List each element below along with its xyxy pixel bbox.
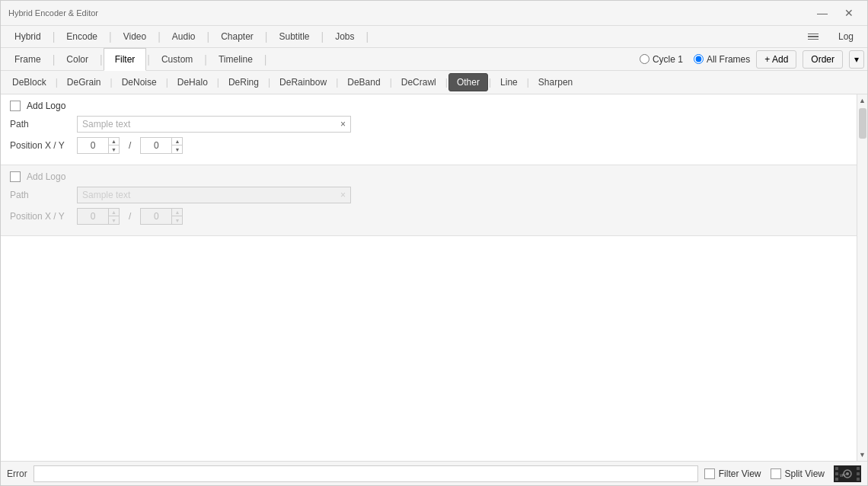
svg-rect-3	[835, 478, 838, 481]
path-input-1[interactable]: Sample text ×	[77, 116, 351, 133]
tab-encode[interactable]: Encode	[56, 26, 108, 47]
spinner-x-down-1[interactable]: ▼	[108, 145, 119, 154]
filter-tab-other[interactable]: Other	[448, 73, 488, 91]
filter-tab-deband[interactable]: DeBand	[339, 73, 388, 91]
scroll-thumb[interactable]	[859, 108, 866, 139]
allframes-radio-input[interactable]	[694, 54, 704, 64]
spinner-y-down-1[interactable]: ▼	[171, 145, 182, 154]
path-clear-1[interactable]: ×	[340, 119, 346, 129]
spinner-y-down-2: ▼	[171, 216, 182, 225]
add-logo-label-2: Add Logo	[27, 171, 65, 182]
order-button[interactable]: Order	[803, 50, 843, 69]
chevron-button[interactable]: ▾	[849, 50, 864, 69]
path-placeholder-2: Sample text	[82, 190, 130, 200]
filter-view-checkbox[interactable]	[704, 468, 715, 479]
tab-subtitle[interactable]: Subtitle	[268, 26, 320, 47]
filter-tab-line[interactable]: Line	[492, 73, 526, 91]
scroll-track[interactable]	[857, 107, 868, 449]
add-logo-checkbox-1[interactable]	[10, 101, 21, 111]
title-bar: Hybrid Encoder & Editor — ✕	[1, 1, 867, 26]
path-clear-2[interactable]: ×	[340, 190, 346, 200]
sub-tab-row: Frame | Color | Filter | Custom | Timeli…	[1, 48, 867, 71]
path-placeholder-1: Sample text	[82, 119, 130, 129]
tab-audio[interactable]: Audio	[161, 26, 206, 47]
svg-rect-5	[857, 472, 860, 475]
filter-tab-sharpen[interactable]: Sharpen	[530, 73, 581, 91]
position-row-1: Position X / Y 0 ▲ ▼ / 0 ▲ ▼	[10, 137, 847, 154]
bottom-right: Filter View Split View VPY	[704, 465, 861, 482]
filter-view-label[interactable]: Filter View	[704, 468, 761, 479]
bottom-bar: Error Filter View Split View	[1, 461, 867, 485]
logo-section-2: Add Logo Path Sample text × Position X /…	[1, 165, 857, 236]
tab-color[interactable]: Color	[56, 49, 99, 70]
tab-hybrid[interactable]: Hybrid	[4, 26, 52, 47]
main-window: Hybrid Encoder & Editor — ✕ Hybrid | Enc…	[0, 0, 868, 486]
filter-tab-dehalo[interactable]: DeHalo	[169, 73, 216, 91]
spinner-x-arrows-2: ▲ ▼	[108, 208, 119, 225]
spinner-y-value-2: 0	[141, 209, 171, 223]
svg-rect-2	[835, 472, 838, 475]
filter-tab-decrawl[interactable]: DeCrawl	[393, 73, 445, 91]
tab-timeline[interactable]: Timeline	[208, 49, 263, 70]
app-title: Hybrid Encoder & Editor	[8, 8, 98, 18]
main-content: Add Logo Path Sample text × Position X /…	[1, 94, 867, 461]
close-button[interactable]: ✕	[838, 5, 860, 21]
spinner-y-arrows-1: ▲ ▼	[171, 137, 182, 154]
slash-1: /	[126, 140, 134, 151]
scroll-down-arrow[interactable]: ▼	[857, 449, 868, 461]
filter-tab-dering[interactable]: DeRing	[220, 73, 267, 91]
tab-video[interactable]: Video	[113, 26, 157, 47]
tab-filter[interactable]: Filter	[104, 48, 147, 71]
spinner-x-1[interactable]: 0 ▲ ▼	[77, 137, 120, 154]
tab-chapter[interactable]: Chapter	[210, 26, 264, 47]
film-icon: VPY	[834, 465, 861, 482]
add-logo-row-2: Add Logo	[10, 171, 847, 182]
spinner-x-value-1: 0	[78, 139, 108, 152]
path-label-2: Path	[10, 190, 71, 200]
spinner-y-value-1: 0	[141, 139, 171, 152]
split-view-label[interactable]: Split View	[771, 468, 825, 479]
cycle1-radio-input[interactable]	[640, 54, 649, 64]
tab-jobs[interactable]: Jobs	[324, 26, 365, 47]
tab-frame[interactable]: Frame	[4, 49, 52, 70]
svg-point-8	[846, 472, 849, 475]
spinner-y-up-2: ▲	[171, 208, 182, 216]
add-logo-checkbox-2[interactable]	[10, 171, 21, 182]
allframes-radio[interactable]: All Frames	[694, 54, 750, 65]
filter-tab-denoise[interactable]: DeNoise	[113, 73, 165, 91]
window-controls: — ✕	[811, 5, 860, 21]
add-logo-label-1: Add Logo	[27, 101, 65, 111]
filter-tab-derainbow[interactable]: DeRainbow	[271, 73, 335, 91]
spinner-y-1[interactable]: 0 ▲ ▼	[140, 137, 183, 154]
path-label-1: Path	[10, 119, 71, 129]
spinner-x-up-2: ▲	[108, 208, 119, 216]
filter-tab-row: DeBlock | DeGrain | DeNoise | DeHalo | D…	[1, 71, 867, 94]
path-row-1: Path Sample text ×	[10, 116, 847, 133]
svg-rect-4	[857, 467, 860, 470]
tab-row-1-right: Log	[805, 26, 864, 47]
spinner-y-up-1[interactable]: ▲	[171, 137, 182, 145]
svg-text:VPY: VPY	[840, 473, 846, 478]
svg-rect-6	[857, 478, 860, 481]
slash-2: /	[126, 211, 134, 222]
path-input-2[interactable]: Sample text ×	[77, 187, 351, 203]
svg-rect-1	[835, 467, 838, 470]
spinner-x-value-2: 0	[78, 209, 108, 223]
spinner-x-arrows-1: ▲ ▼	[108, 137, 119, 154]
tab-custom[interactable]: Custom	[151, 49, 203, 70]
log-button[interactable]: Log	[828, 26, 864, 47]
filter-tab-degrain[interactable]: DeGrain	[59, 73, 110, 91]
add-button[interactable]: + Add	[756, 50, 796, 69]
spinner-x-up-1[interactable]: ▲	[108, 137, 119, 145]
spinner-x-down-2: ▼	[108, 216, 119, 225]
scroll-up-arrow[interactable]: ▲	[857, 94, 868, 107]
filter-tab-deblock[interactable]: DeBlock	[4, 73, 55, 91]
spinner-x-2: 0 ▲ ▼	[77, 208, 120, 225]
cycle1-radio[interactable]: Cycle 1	[640, 54, 683, 65]
menu-icon[interactable]	[805, 30, 822, 43]
split-view-checkbox[interactable]	[771, 468, 781, 479]
pos-label-2: Position X / Y	[10, 211, 71, 222]
position-row-2: Position X / Y 0 ▲ ▼ / 0 ▲ ▼	[10, 208, 847, 225]
minimize-button[interactable]: —	[811, 5, 834, 21]
error-input[interactable]	[34, 465, 698, 482]
